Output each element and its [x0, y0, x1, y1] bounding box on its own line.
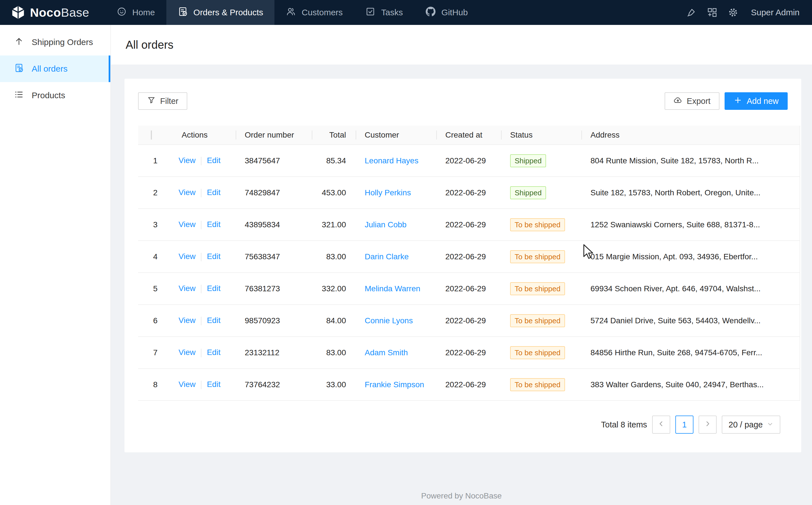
view-link[interactable]: View — [179, 348, 196, 357]
sidebar-item-label: All orders — [32, 64, 68, 73]
brand[interactable]: NocoBase — [0, 0, 105, 25]
status-badge: To be shipped — [510, 346, 565, 359]
nocobase-logo-icon — [11, 5, 25, 20]
chevron-left-icon — [657, 420, 665, 430]
total-cell: 332.00 — [312, 284, 356, 293]
order-number-cell: 43895834 — [236, 220, 312, 229]
customer-cell: Frankie Simpson — [356, 380, 436, 389]
column-header-total: Total — [312, 131, 356, 140]
action-divider — [201, 221, 202, 229]
page-header: All orders — [111, 25, 812, 64]
row-actions: ViewEdit — [173, 252, 236, 261]
select-all-checkbox[interactable] — [151, 131, 152, 140]
edit-link[interactable]: Edit — [207, 284, 220, 293]
file-check-icon — [14, 63, 24, 75]
customer-link[interactable]: Connie Lyons — [365, 316, 413, 325]
customer-link[interactable]: Melinda Warren — [365, 284, 421, 293]
table-row: 6ViewEdit9857092384.00Connie Lyons2022-0… — [138, 305, 800, 337]
address-cell: Suite 182, 15783, North Robert, Oregon, … — [581, 188, 766, 197]
total-cell: 83.00 — [312, 252, 356, 261]
customer-link[interactable]: Julian Cobb — [365, 220, 407, 229]
tasks-icon — [365, 6, 375, 19]
nav-menu: HomeOrders & ProductsCustomersTasksGitHu… — [105, 0, 479, 25]
action-divider — [201, 189, 202, 197]
address-cell: 015 Margie Mission, Apt. 093, 34936, Ebe… — [581, 252, 766, 261]
view-link[interactable]: View — [179, 284, 196, 293]
status-cell: Shipped — [501, 186, 581, 199]
edit-link[interactable]: Edit — [207, 156, 220, 165]
user-menu[interactable]: Super Admin — [744, 8, 800, 17]
plugin-blocks-icon[interactable] — [702, 0, 723, 25]
view-link[interactable]: View — [179, 252, 196, 261]
edit-link[interactable]: Edit — [207, 252, 220, 261]
edit-link[interactable]: Edit — [207, 380, 220, 389]
view-link[interactable]: View — [179, 220, 196, 229]
pagination-page-1[interactable]: 1 — [675, 415, 694, 434]
sidebar-item-shipping-orders[interactable]: Shipping Orders — [0, 29, 110, 55]
customer-cell: Darin Clarke — [356, 252, 436, 261]
created-at-cell: 2022-06-29 — [436, 316, 501, 325]
sidebar-menu: Shipping OrdersAll ordersProducts — [0, 25, 111, 505]
sidebar-item-label: Products — [32, 91, 65, 100]
sidebar-item-products[interactable]: Products — [0, 82, 110, 109]
nav-item-home[interactable]: Home — [105, 0, 166, 25]
nav-item-customers[interactable]: Customers — [274, 0, 354, 25]
nav-item-tasks[interactable]: Tasks — [354, 0, 414, 25]
nav-item-label: Tasks — [381, 8, 403, 17]
edit-link[interactable]: Edit — [207, 316, 220, 325]
row-index: 1 — [138, 156, 173, 165]
address-cell: 5724 Daniel Drive, Suite 563, 54403, Wen… — [581, 316, 766, 325]
edit-link[interactable]: Edit — [207, 348, 220, 357]
table-row: 4ViewEdit7563834783.00Darin Clarke2022-0… — [138, 241, 800, 273]
plus-icon — [734, 96, 742, 107]
view-link[interactable]: View — [179, 380, 196, 389]
row-actions: ViewEdit — [173, 156, 236, 165]
orders-table: ActionsOrder numberTotalCustomerCreated … — [138, 126, 800, 401]
edit-link[interactable]: Edit — [207, 188, 220, 197]
home-icon — [116, 6, 127, 19]
row-actions: ViewEdit — [173, 188, 236, 197]
nav-item-orders-products[interactable]: Orders & Products — [166, 0, 275, 25]
row-actions: ViewEdit — [173, 220, 236, 229]
customer-link[interactable]: Adam Smith — [365, 348, 408, 357]
ui-editor-highlighter-icon[interactable] — [681, 0, 702, 25]
status-badge: To be shipped — [510, 282, 565, 295]
pagination-next-button[interactable] — [699, 415, 717, 434]
page-size-select[interactable]: 20 / page — [722, 415, 780, 434]
total-cell: 33.00 — [312, 380, 356, 389]
status-badge: To be shipped — [510, 250, 565, 263]
table-row: 2ViewEdit74829847453.00Holly Perkins2022… — [138, 177, 800, 209]
table-row: 3ViewEdit43895834321.00Julian Cobb2022-0… — [138, 209, 800, 241]
customer-link[interactable]: Leonard Hayes — [365, 156, 419, 165]
status-cell: To be shipped — [501, 218, 581, 231]
add-new-button[interactable]: Add new — [725, 92, 788, 110]
view-link[interactable]: View — [179, 156, 196, 165]
customer-cell: Melinda Warren — [356, 284, 436, 293]
settings-gear-icon[interactable] — [723, 0, 744, 25]
edit-link[interactable]: Edit — [207, 220, 220, 229]
customer-link[interactable]: Holly Perkins — [365, 188, 411, 197]
row-actions: ViewEdit — [173, 348, 236, 357]
customer-cell: Julian Cobb — [356, 220, 436, 229]
customer-cell: Holly Perkins — [356, 188, 436, 197]
row-index: 6 — [138, 316, 173, 325]
status-badge: Shipped — [510, 154, 546, 167]
customer-link[interactable]: Frankie Simpson — [365, 380, 424, 389]
action-divider — [201, 157, 202, 165]
sidebar-item-all-orders[interactable]: All orders — [0, 55, 110, 82]
nav-item-label: Customers — [302, 8, 343, 17]
view-link[interactable]: View — [179, 188, 196, 197]
header-select-all — [138, 131, 173, 140]
pagination: Total 8 items 1 20 / page — [124, 415, 801, 434]
view-link[interactable]: View — [179, 316, 196, 325]
order-number-cell: 23132112 — [236, 348, 312, 357]
export-button[interactable]: Export — [664, 92, 720, 110]
total-cell: 84.00 — [312, 316, 356, 325]
pagination-total: Total 8 items — [601, 420, 647, 430]
order-number-cell: 74829847 — [236, 188, 312, 197]
table-row: 8ViewEdit7376423233.00Frankie Simpson202… — [138, 369, 800, 401]
customer-link[interactable]: Darin Clarke — [365, 252, 409, 261]
nav-item-github[interactable]: GitHub — [414, 0, 479, 25]
filter-button[interactable]: Filter — [138, 92, 187, 110]
pagination-prev-button[interactable] — [652, 415, 670, 434]
